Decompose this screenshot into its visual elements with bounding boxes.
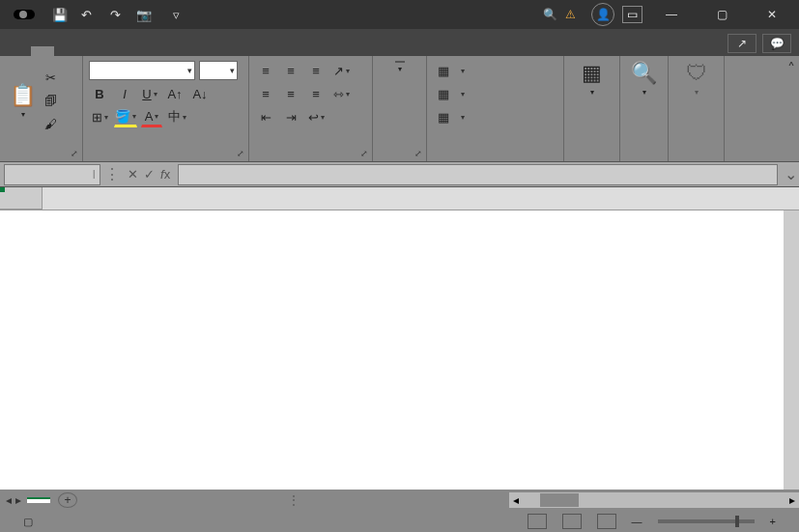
border-button[interactable]: ⊞ xyxy=(89,106,110,127)
zoom-slider[interactable] xyxy=(658,519,755,523)
align-center-button[interactable]: ≡ xyxy=(280,83,301,104)
align-launcher[interactable]: ⤢ xyxy=(360,149,368,158)
zoom-in-button[interactable]: + xyxy=(770,516,776,527)
tab-formulas[interactable] xyxy=(106,46,129,56)
maximize-button[interactable]: ▢ xyxy=(700,0,743,29)
name-box[interactable]: I xyxy=(4,164,100,185)
cond-format-button[interactable] xyxy=(458,60,557,81)
align-mid-button[interactable]: ≡ xyxy=(280,60,301,81)
autosave-toggle[interactable] xyxy=(14,10,35,19)
tab-insert[interactable] xyxy=(56,46,79,56)
format-table-button[interactable] xyxy=(458,83,557,104)
shrink-font-button[interactable]: A↓ xyxy=(189,83,211,104)
account-avatar[interactable]: 👤 xyxy=(591,3,614,26)
ribbon: 📋▾ ✂ 🗐 🖌 ⤢ B I U A↑ A↓ ⊞ 🪣 A 中 xyxy=(0,56,799,162)
close-button[interactable]: ✕ xyxy=(751,0,793,29)
share-button[interactable]: ↗ xyxy=(728,34,756,53)
minimize-button[interactable]: — xyxy=(650,0,693,29)
ribbon-tabs: ↗ 💬 xyxy=(0,29,799,56)
align-right-button[interactable]: ≡ xyxy=(305,83,327,104)
add-sheet-button[interactable]: + xyxy=(58,492,77,508)
status-bar: ▢ — + xyxy=(0,511,799,532)
sheet-tabs-bar: ◂ ▸ + ⋮ ◂▸ xyxy=(0,490,799,511)
copy-icon[interactable]: 🗐 xyxy=(40,90,61,111)
underline-button[interactable]: U xyxy=(139,83,160,104)
camera-icon[interactable]: 📷 xyxy=(137,5,157,24)
italic-button[interactable]: I xyxy=(114,83,135,104)
vertical-scrollbar[interactable] xyxy=(784,210,799,490)
sensitivity-button[interactable]: 🛡▾ xyxy=(674,59,718,98)
wrap-button[interactable]: ↩ xyxy=(305,106,327,127)
view-layout-button[interactable] xyxy=(562,514,582,529)
phonetic-button[interactable]: 中 xyxy=(166,106,187,127)
align-left-button[interactable]: ≡ xyxy=(255,83,276,104)
zoom-out-button[interactable]: — xyxy=(632,516,642,527)
cancel-formula-button[interactable]: ✕ xyxy=(128,167,138,182)
view-normal-button[interactable] xyxy=(528,514,547,529)
indent-button[interactable]: ⇥ xyxy=(280,106,301,127)
select-all-corner[interactable] xyxy=(0,187,43,210)
view-break-button[interactable] xyxy=(597,514,616,529)
font-color-button[interactable]: A xyxy=(141,106,162,127)
tab-review[interactable] xyxy=(157,46,180,56)
font-size-select[interactable] xyxy=(199,61,238,80)
tab-view[interactable] xyxy=(182,46,205,56)
fill-color-button[interactable]: 🪣 xyxy=(114,106,137,127)
align-bot-button[interactable]: ≡ xyxy=(305,60,327,81)
format-table-icon[interactable]: ▦ xyxy=(433,83,454,104)
paste-button[interactable]: 📋▾ xyxy=(6,59,40,142)
expand-formula-button[interactable]: ⌄ xyxy=(782,165,799,183)
undo-icon[interactable]: ↶ xyxy=(79,5,99,24)
tab-developer[interactable] xyxy=(207,46,230,56)
font-name-select[interactable] xyxy=(89,61,195,80)
grow-font-button[interactable]: A↑ xyxy=(164,83,185,104)
tab-data[interactable] xyxy=(131,46,155,56)
sheet-tab[interactable] xyxy=(27,497,50,503)
tab-file[interactable] xyxy=(6,46,29,56)
cell-styles-icon[interactable]: ▦ xyxy=(433,106,454,127)
clipboard-launcher[interactable]: ⤢ xyxy=(71,149,78,158)
enter-formula-button[interactable]: ✓ xyxy=(144,167,155,182)
spreadsheet-grid xyxy=(0,187,799,490)
cut-icon[interactable]: ✂ xyxy=(40,67,61,88)
editing-button[interactable]: 🔍▾ xyxy=(626,59,662,98)
font-launcher[interactable]: ⤢ xyxy=(237,149,244,158)
align-top-button[interactable]: ≡ xyxy=(255,60,276,81)
formula-bar: I ⋮ ✕ ✓ fx ⌄ xyxy=(0,162,799,187)
dedent-button[interactable]: ⇤ xyxy=(255,106,276,127)
tab-home[interactable] xyxy=(31,46,54,56)
comments-button[interactable]: 💬 xyxy=(762,34,791,53)
orientation-button[interactable]: ↗ xyxy=(330,60,352,81)
bold-button[interactable]: B xyxy=(89,83,110,104)
sheet-nav-prev[interactable]: ◂ xyxy=(6,493,12,507)
titlebar: 💾 ↶ ↷ 📷 ▿ 🔍 ⚠ 👤 ▭ — ▢ ✕ xyxy=(0,0,799,29)
fx-button[interactable]: fx xyxy=(160,167,170,182)
horizontal-scrollbar[interactable]: ◂▸ xyxy=(509,492,799,508)
save-icon[interactable]: 💾 xyxy=(50,5,70,24)
cells-button[interactable]: ▦▾ xyxy=(570,59,614,98)
tab-layout[interactable] xyxy=(81,46,104,56)
macro-record-icon[interactable]: ▢ xyxy=(23,516,33,528)
ribbon-display-icon[interactable]: ▭ xyxy=(622,6,642,23)
sheet-nav-next[interactable]: ▸ xyxy=(15,493,21,507)
alert-icon[interactable]: ⚠ xyxy=(565,8,576,21)
merge-button[interactable]: ⇿ xyxy=(330,83,352,104)
number-launcher[interactable]: ⤢ xyxy=(414,149,422,158)
format-painter-icon[interactable]: 🖌 xyxy=(40,113,61,134)
redo-icon[interactable]: ↷ xyxy=(108,5,128,24)
tab-pdf[interactable] xyxy=(257,46,280,56)
cond-format-icon[interactable]: ▦ xyxy=(433,60,454,81)
search-icon[interactable]: 🔍 xyxy=(543,8,557,21)
collapse-ribbon-button[interactable]: ˄ xyxy=(787,60,795,78)
qat-more[interactable]: ▿ xyxy=(166,5,185,24)
cell-styles-button[interactable] xyxy=(458,106,557,127)
tab-help[interactable] xyxy=(232,46,255,56)
number-format-button[interactable]: ▾ xyxy=(379,59,420,75)
formula-input[interactable] xyxy=(178,164,778,185)
